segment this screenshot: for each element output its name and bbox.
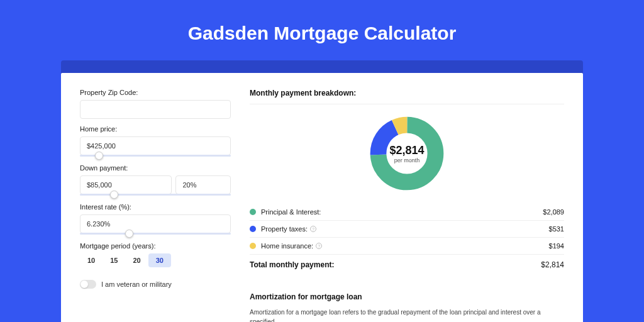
page-title: Gadsden Mortgage Calculator	[0, 0, 644, 60]
legend-row-taxes: Property taxes: ? $531	[250, 221, 564, 238]
total-label: Total monthly payment:	[250, 260, 541, 269]
info-icon[interactable]: ?	[316, 243, 322, 249]
amortization-text: Amortization for a mortgage loan refers …	[250, 308, 564, 322]
legend-label-principal: Principal & Interest:	[261, 208, 543, 216]
calculator-card: Property Zip Code: Home price: Down paym…	[61, 73, 583, 322]
legend-row-insurance: Home insurance: ? $194	[250, 238, 564, 255]
down-payment-label: Down payment:	[80, 164, 231, 172]
legend-text-principal: Principal & Interest:	[261, 208, 321, 216]
down-payment-percent-input[interactable]	[175, 175, 231, 194]
home-price-field: Home price:	[80, 125, 231, 157]
amortization-title: Amortization for mortgage loan	[250, 289, 564, 308]
legend-text-taxes: Property taxes:	[261, 225, 308, 233]
home-price-slider[interactable]	[80, 155, 231, 157]
legend-val-principal: $2,089	[543, 208, 564, 216]
down-payment-field: Down payment:	[80, 164, 231, 196]
dot-principal-icon	[250, 209, 256, 215]
home-price-label: Home price:	[80, 125, 231, 133]
period-label: Mortgage period (years):	[80, 242, 231, 250]
total-row: Total monthly payment: $2,814	[250, 255, 564, 275]
legend: Principal & Interest: $2,089 Property ta…	[250, 204, 564, 275]
card-shadow: Property Zip Code: Home price: Down paym…	[61, 60, 583, 312]
down-payment-slider[interactable]	[80, 194, 231, 196]
home-price-input[interactable]	[80, 136, 231, 155]
period-tab-20[interactable]: 20	[126, 253, 148, 267]
veteran-toggle-knob	[80, 280, 88, 288]
veteran-label: I am veteran or military	[101, 280, 172, 288]
legend-label-taxes: Property taxes: ?	[261, 225, 549, 233]
period-tab-30[interactable]: 30	[148, 253, 171, 267]
home-price-slider-thumb[interactable]	[95, 152, 103, 160]
legend-label-insurance: Home insurance: ?	[261, 242, 549, 250]
breakdown-panel: Monthly payment breakdown: $2,814 per mo…	[250, 89, 564, 322]
down-payment-slider-thumb[interactable]	[110, 191, 118, 199]
donut-chart: $2,814 per month	[250, 116, 564, 191]
period-tabs: 10 15 20 30	[80, 253, 231, 267]
legend-row-principal: Principal & Interest: $2,089	[250, 204, 564, 221]
rate-field: Interest rate (%):	[80, 203, 231, 235]
period-tab-15[interactable]: 15	[103, 253, 125, 267]
donut-amount: $2,814	[389, 144, 424, 157]
legend-text-insurance: Home insurance:	[261, 242, 313, 250]
breakdown-title: Monthly payment breakdown:	[250, 89, 564, 104]
veteran-toggle[interactable]	[80, 280, 96, 289]
period-field: Mortgage period (years): 10 15 20 30	[80, 242, 231, 267]
legend-val-taxes: $531	[549, 225, 564, 233]
down-payment-amount-input[interactable]	[80, 175, 172, 194]
total-value: $2,814	[541, 260, 564, 269]
dot-insurance-icon	[250, 243, 256, 249]
zip-field: Property Zip Code:	[80, 89, 231, 119]
veteran-row: I am veteran or military	[80, 280, 231, 289]
donut-center: $2,814 per month	[389, 144, 424, 164]
legend-val-insurance: $194	[549, 242, 564, 250]
app-root: Gadsden Mortgage Calculator Property Zip…	[0, 0, 644, 322]
rate-label: Interest rate (%):	[80, 203, 231, 211]
period-tab-10[interactable]: 10	[80, 253, 103, 267]
form-panel: Property Zip Code: Home price: Down paym…	[80, 89, 231, 322]
rate-slider-thumb[interactable]	[125, 230, 133, 238]
info-icon[interactable]: ?	[310, 226, 316, 232]
zip-label: Property Zip Code:	[80, 89, 231, 96]
rate-slider[interactable]	[80, 233, 231, 235]
donut-sub: per month	[389, 157, 424, 164]
dot-taxes-icon	[250, 226, 256, 232]
rate-input[interactable]	[80, 214, 231, 233]
zip-input[interactable]	[80, 100, 231, 119]
